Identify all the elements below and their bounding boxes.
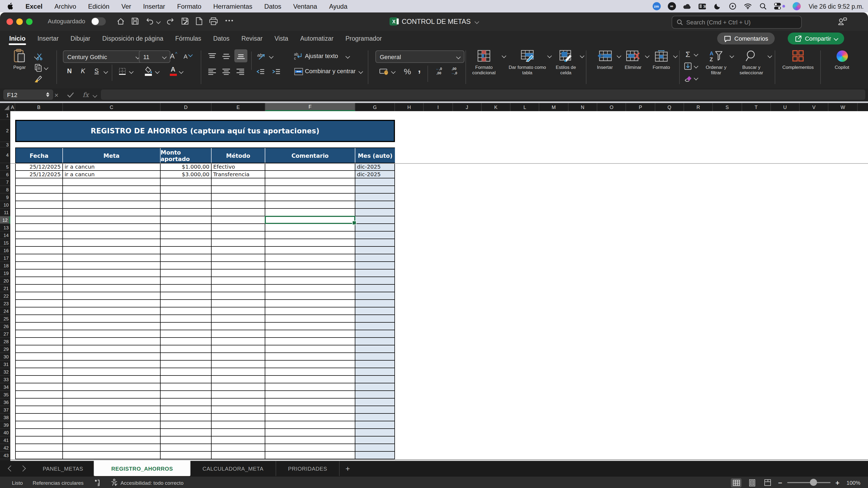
cell-E36[interactable] bbox=[212, 398, 265, 406]
cell-E18[interactable] bbox=[212, 262, 265, 269]
cell-B18[interactable] bbox=[16, 262, 63, 269]
row-header-40[interactable]: 40 bbox=[0, 429, 10, 436]
cell-G11[interactable] bbox=[355, 209, 395, 216]
row-header-29[interactable]: 29 bbox=[0, 346, 10, 353]
row-header-19[interactable]: 19 bbox=[0, 269, 10, 277]
cell-E33[interactable] bbox=[212, 376, 265, 383]
sheet-tab-panel_metas[interactable]: PANEL_METAS bbox=[33, 461, 94, 476]
ribbon-tab-dibujar[interactable]: Dibujar bbox=[65, 31, 96, 46]
cell-G39[interactable] bbox=[355, 421, 395, 429]
cell-B11[interactable] bbox=[16, 209, 63, 216]
cell-E25[interactable] bbox=[212, 315, 265, 323]
cell-D5[interactable]: $1.000,00 bbox=[161, 163, 212, 171]
row-header-22[interactable]: 22 bbox=[0, 292, 10, 300]
cell-C7[interactable] bbox=[63, 178, 161, 186]
row-header-7[interactable]: 7 bbox=[0, 178, 10, 186]
cell-G41[interactable] bbox=[355, 436, 395, 444]
cell-E39[interactable] bbox=[212, 421, 265, 429]
menu-datos[interactable]: Datos bbox=[258, 2, 287, 10]
row-header-15[interactable]: 15 bbox=[0, 239, 10, 247]
zoom-window-button[interactable] bbox=[26, 19, 33, 25]
cloud-icon[interactable] bbox=[683, 2, 691, 10]
macro-record-icon[interactable] bbox=[93, 479, 101, 486]
number-format-select[interactable]: General bbox=[375, 51, 464, 63]
cell-B37[interactable] bbox=[16, 406, 63, 414]
cell-E35[interactable] bbox=[212, 391, 265, 398]
row-header-8[interactable]: 8 bbox=[0, 186, 10, 194]
italic-button[interactable]: K bbox=[78, 66, 88, 76]
cell-B20[interactable] bbox=[16, 277, 63, 285]
menu-ventana[interactable]: Ventana bbox=[287, 2, 323, 10]
page-break-view-button[interactable] bbox=[762, 478, 773, 487]
cell-B42[interactable] bbox=[16, 444, 63, 452]
cell-G6[interactable]: dic-2025 bbox=[355, 171, 395, 178]
cell-B5[interactable]: 25/12/2025 bbox=[16, 163, 63, 171]
cell-F10[interactable] bbox=[265, 201, 355, 209]
row-header-13[interactable]: 13 bbox=[0, 224, 10, 231]
row-header-11[interactable]: 11 bbox=[0, 209, 10, 216]
cell-G16[interactable] bbox=[355, 247, 395, 254]
cell-C32[interactable] bbox=[63, 368, 161, 376]
underline-dropdown-chevron[interactable] bbox=[104, 69, 108, 74]
cell-F32[interactable] bbox=[265, 368, 355, 376]
cell-C18[interactable] bbox=[63, 262, 161, 269]
cell-G19[interactable] bbox=[355, 269, 395, 277]
cell-B8[interactable] bbox=[16, 186, 63, 194]
row-header-23[interactable]: 23 bbox=[0, 300, 10, 307]
cell-G14[interactable] bbox=[355, 231, 395, 239]
page-layout-view-button[interactable] bbox=[746, 478, 757, 487]
menu-ayuda[interactable]: Ayuda bbox=[323, 2, 353, 10]
share-button[interactable]: Compartir bbox=[787, 33, 844, 44]
cell-C30[interactable] bbox=[63, 353, 161, 361]
row-header-14[interactable]: 14 bbox=[0, 231, 10, 239]
prev-sheet-arrow-icon[interactable] bbox=[8, 465, 14, 472]
cell-C43[interactable] bbox=[63, 452, 161, 459]
cut-button[interactable] bbox=[34, 52, 44, 61]
cell-B33[interactable] bbox=[16, 376, 63, 383]
merge-center-label[interactable]: Combinar y centrar bbox=[305, 68, 355, 74]
cell-D36[interactable] bbox=[161, 398, 212, 406]
increase-indent-button[interactable] bbox=[270, 66, 283, 77]
cell-E10[interactable] bbox=[212, 201, 265, 209]
save-as-icon[interactable] bbox=[181, 17, 189, 26]
column-header-M[interactable]: M bbox=[539, 103, 568, 111]
cell-E13[interactable] bbox=[212, 224, 265, 231]
increase-decimal-button[interactable]: ←,0,00 bbox=[432, 66, 445, 76]
cell-E41[interactable] bbox=[212, 436, 265, 444]
cell-E37[interactable] bbox=[212, 406, 265, 414]
cell-B34[interactable] bbox=[16, 383, 63, 391]
cell-D18[interactable] bbox=[161, 262, 212, 269]
cell-D20[interactable] bbox=[161, 277, 212, 285]
row-header-33[interactable]: 33 bbox=[0, 376, 10, 383]
cell-D9[interactable] bbox=[161, 194, 212, 201]
cell-F5[interactable] bbox=[265, 163, 355, 171]
column-header-U[interactable]: U bbox=[771, 103, 800, 111]
font-name-select[interactable]: Century Gothic bbox=[63, 51, 144, 63]
cell-G30[interactable] bbox=[355, 353, 395, 361]
cell-E22[interactable] bbox=[212, 292, 265, 300]
cell-D16[interactable] bbox=[161, 247, 212, 254]
cell-G36[interactable] bbox=[355, 398, 395, 406]
cell-F31[interactable] bbox=[265, 361, 355, 368]
cell-E8[interactable] bbox=[212, 186, 265, 194]
undo-icon[interactable] bbox=[145, 17, 154, 26]
column-header-P[interactable]: P bbox=[626, 103, 655, 111]
cancel-entry-icon[interactable]: × bbox=[52, 91, 61, 99]
row-header-5[interactable]: 5 bbox=[0, 163, 10, 171]
cell-F27[interactable] bbox=[265, 330, 355, 338]
autosave-toggle[interactable] bbox=[91, 18, 106, 26]
row-header-16[interactable]: 16 bbox=[0, 247, 10, 254]
cell-C15[interactable] bbox=[63, 239, 161, 247]
wrap-text-chevron[interactable] bbox=[346, 54, 350, 59]
cell-G21[interactable] bbox=[355, 285, 395, 292]
cell-C20[interactable] bbox=[63, 277, 161, 285]
copy-button[interactable] bbox=[33, 63, 43, 73]
column-header-I[interactable]: I bbox=[424, 103, 453, 111]
siri-icon[interactable] bbox=[792, 2, 801, 10]
column-header-F[interactable]: F bbox=[265, 103, 355, 111]
grid-canvas[interactable]: REGISTRO DE AHORROS (captura aquí tus ap… bbox=[10, 111, 868, 461]
column-header-E[interactable]: E bbox=[212, 103, 265, 111]
comments-button[interactable]: Comentarios bbox=[717, 33, 775, 44]
cell-D25[interactable] bbox=[161, 315, 212, 323]
column-header-C[interactable]: C bbox=[63, 103, 161, 111]
